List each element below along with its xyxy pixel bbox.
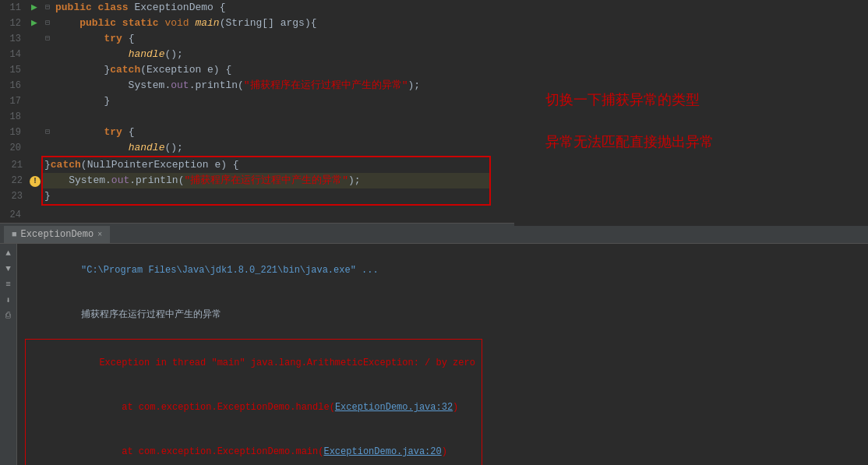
output-main: "C:\Program Files\Java\jdk1.8.0_221\bin\… xyxy=(17,244,868,465)
line-content-17: } xyxy=(54,93,514,109)
code-line-13: 13 ⊟ try { xyxy=(0,31,514,47)
output-link-main[interactable]: ExceptionDemo.java:20 xyxy=(323,446,441,457)
output-panel: ■ ExceptionDemo × ▲ ▼ ≡ ⬇ ⎙ "C:\Program … xyxy=(0,226,868,465)
output-exception-text: Exception in thread "main" java.lang.Ari… xyxy=(99,358,475,368)
output-error-line-3: at com.exception.ExceptionDemo.main(Exce… xyxy=(32,430,475,465)
code-line-23: 23 } xyxy=(43,188,489,204)
line-content-13: try { xyxy=(54,31,514,47)
filter-button[interactable]: ≡ xyxy=(2,278,15,291)
fold-19[interactable]: ⊟ xyxy=(41,125,54,140)
output-line-path: "C:\Program Files\Java\jdk1.8.0_221\bin\… xyxy=(25,248,860,293)
code-line-16: 16 System.out.println("捕获程序在运行过程中产生的异常")… xyxy=(0,78,514,93)
output-content-area: ▲ ▼ ≡ ⬇ ⎙ "C:\Program Files\Java\jdk1.8.… xyxy=(0,244,868,465)
line-num-13: 13 xyxy=(0,31,27,47)
output-at-main-prefix: at com.exception.ExceptionDemo.main( xyxy=(99,446,323,457)
code-editor: 11 ▶ ⊟ public class ExceptionDemo { 12 ▶… xyxy=(0,0,514,226)
line-num-21: 21 xyxy=(2,157,29,173)
line-content-21: }catch(NullPointerException e) { xyxy=(43,157,489,173)
output-at-main-suffix: ) xyxy=(442,446,447,457)
line-content-20: handle(); xyxy=(54,140,514,156)
line-content-23: } xyxy=(43,188,489,204)
output-line-caught: 捕获程序在运行过程中产生的异常 xyxy=(25,293,860,337)
line-num-20: 20 xyxy=(0,140,27,156)
line-num-15: 15 xyxy=(0,62,27,78)
output-at-handle-prefix: at com.exception.ExceptionDemo.handle( xyxy=(99,402,334,413)
highlight-block: 21 }catch(NullPointerException e) { 22 !… xyxy=(41,156,491,206)
side-toolbar: ▲ ▼ ≡ ⬇ ⎙ xyxy=(0,244,17,465)
annotation-nomatch-text: 异常无法匹配直接抛出异常 xyxy=(545,132,868,151)
output-text-area: "C:\Program Files\Java\jdk1.8.0_221\bin\… xyxy=(17,244,868,465)
output-caught-text: 捕获程序在运行过程中产生的异常 xyxy=(81,309,221,320)
code-line-15: 15 }catch(Exception e) { xyxy=(0,62,514,78)
output-path-text: "C:\Program Files\Java\jdk1.8.0_221\bin\… xyxy=(81,265,379,276)
code-line-19: 19 ⊟ try { xyxy=(0,125,514,140)
annotation-switch-text: 切换一下捕获异常的类型 xyxy=(545,90,868,109)
fold-11[interactable]: ⊟ xyxy=(41,0,54,16)
code-line-22: 22 ! System.out.println("捕获程序在运行过程中产生的异常… xyxy=(43,173,489,188)
print-button[interactable]: ⎙ xyxy=(2,309,15,322)
warning-icon-22: ! xyxy=(29,173,41,188)
output-error-line-2: at com.exception.ExceptionDemo.handle(Ex… xyxy=(32,386,475,430)
line-num-14: 14 xyxy=(0,47,27,62)
scroll-down-button[interactable]: ▼ xyxy=(2,262,15,275)
line-content-11: public class ExceptionDemo { xyxy=(54,0,514,16)
line-content-16: System.out.println("捕获程序在运行过程中产生的异常"); xyxy=(54,78,514,93)
download-button[interactable]: ⬇ xyxy=(2,294,15,306)
line-num-19: 19 xyxy=(0,125,27,140)
output-tab-label: ExceptionDemo xyxy=(21,229,94,240)
output-at-handle-suffix: ) xyxy=(453,402,458,413)
breadcrumb-bar: ExceptionDemo › main() xyxy=(0,223,514,226)
line-num-17: 17 xyxy=(0,93,27,109)
code-line-24: 24 xyxy=(0,207,514,223)
output-error-line-1: Exception in thread "main" java.lang.Ari… xyxy=(32,341,475,386)
line-num-23: 23 xyxy=(2,188,29,204)
code-line-12: 12 ▶ ⊟ public static void main(String[] … xyxy=(0,16,514,31)
line-content-14: handle(); xyxy=(54,47,514,62)
code-line-14: 14 handle(); xyxy=(0,47,514,62)
fold-13[interactable]: ⊟ xyxy=(41,31,54,47)
line-content-15: }catch(Exception e) { xyxy=(54,62,514,78)
code-line-21: 21 }catch(NullPointerException e) { xyxy=(43,157,489,173)
code-line-11: 11 ▶ ⊟ public class ExceptionDemo { xyxy=(0,0,514,16)
output-error-block: Exception in thread "main" java.lang.Ari… xyxy=(25,339,482,465)
code-lines: 11 ▶ ⊟ public class ExceptionDemo { 12 ▶… xyxy=(0,0,514,223)
run-arrow-12: ▶ xyxy=(27,16,41,31)
line-num-16: 16 xyxy=(0,78,27,93)
code-line-20: 20 handle(); xyxy=(0,140,514,156)
annotations-panel: 切换一下捕获异常的类型 异常无法匹配直接抛出异常 xyxy=(514,0,868,226)
output-tab-bar: ■ ExceptionDemo × xyxy=(0,226,868,244)
run-arrow-11: ▶ xyxy=(27,0,41,16)
code-line-17: 17 } xyxy=(0,93,514,109)
output-link-handle[interactable]: ExceptionDemo.java:32 xyxy=(335,402,453,413)
line-num-18: 18 xyxy=(0,109,27,125)
line-num-22: 22 xyxy=(2,173,29,188)
scroll-up-button[interactable]: ▲ xyxy=(2,247,15,259)
line-content-19: try { xyxy=(54,125,514,140)
editor-section: 11 ▶ ⊟ public class ExceptionDemo { 12 ▶… xyxy=(0,0,868,226)
code-line-18: 18 xyxy=(0,109,514,125)
tab-close-button[interactable]: × xyxy=(97,231,102,239)
line-num-12: 12 xyxy=(0,16,27,31)
line-num-11: 11 xyxy=(0,0,27,16)
output-tab-exceptiondemo[interactable]: ■ ExceptionDemo × xyxy=(4,226,110,243)
line-num-24: 24 xyxy=(0,207,27,223)
line-content-22: System.out.println("捕获程序在运行过程中产生的异常"); xyxy=(43,173,489,188)
fold-12[interactable]: ⊟ xyxy=(41,16,54,31)
line-content-12: public static void main(String[] args){ xyxy=(54,16,514,31)
